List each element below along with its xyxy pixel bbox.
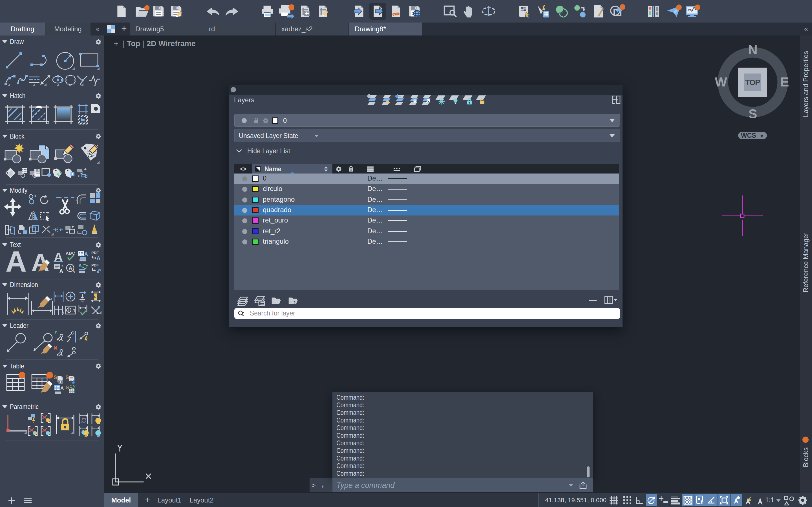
svg-text:ABC: ABC [66, 251, 75, 256]
svg-text:.1: .1 [71, 308, 75, 313]
svg-text:W: W [715, 75, 727, 89]
svg-text:A: A [79, 263, 82, 269]
svg-text:x: x [98, 304, 100, 309]
svg-text:N: N [748, 44, 757, 57]
svg-text:PDF: PDF [91, 251, 99, 255]
svg-text:PDF: PDF [91, 263, 99, 267]
svg-text:A: A [68, 265, 72, 271]
svg-text:S: S [54, 375, 57, 380]
svg-text:A: A [60, 386, 64, 391]
svg-text:A: A [59, 268, 63, 274]
svg-text:S: S [749, 107, 757, 121]
svg-text:S: S [65, 375, 69, 380]
svg-text:E: E [780, 75, 789, 89]
svg-text:S: S [65, 385, 69, 390]
svg-text:A: A [84, 251, 88, 257]
svg-text:A: A [96, 255, 100, 262]
svg-text:TOP: TOP [745, 78, 760, 87]
